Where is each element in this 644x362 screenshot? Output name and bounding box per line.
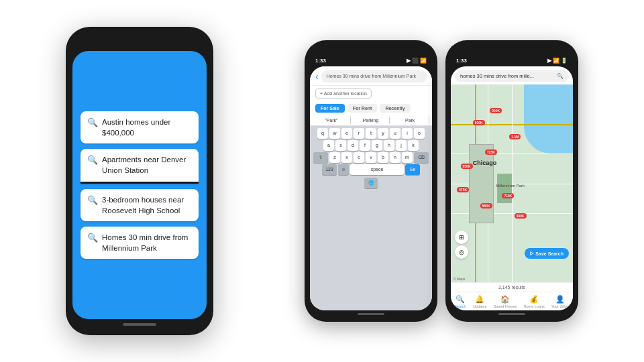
key-m[interactable]: m (402, 152, 413, 163)
key-r[interactable]: r (354, 128, 364, 139)
price-marker-0[interactable]: 900K (490, 108, 502, 113)
key-v[interactable]: v (366, 152, 376, 163)
key-d[interactable]: d (347, 140, 358, 151)
key-a[interactable]: a (323, 140, 334, 151)
search-nav-icon: 🔍 (455, 295, 465, 304)
key-shift[interactable]: ⇧ (313, 152, 328, 163)
key-t[interactable]: t (366, 128, 376, 139)
key-z[interactable]: z (329, 152, 340, 163)
key-k[interactable]: k (408, 140, 419, 151)
nav-updates[interactable]: 🔔 Updates (473, 295, 487, 308)
key-123[interactable]: 123 (322, 164, 337, 175)
nav-your-zillow[interactable]: 👤 Your Zillow (551, 295, 570, 308)
right-notch (494, 47, 531, 55)
search-text-1: Apartments near Denver Union Station (102, 154, 192, 176)
key-g[interactable]: g (372, 140, 382, 151)
map-search-bar[interactable]: homes 30 mins drive from mille... 🔍 (455, 70, 569, 82)
keyboard-suggestions: "Park" Parking Park (310, 115, 432, 126)
key-c[interactable]: c (354, 152, 364, 163)
price-marker-8[interactable]: 499K (515, 213, 527, 219)
save-search-label: Save Search (535, 251, 564, 256)
key-q[interactable]: q (317, 128, 328, 139)
add-location-button[interactable]: + Add another location (315, 88, 372, 99)
kbd-row-3: ⇧ z x c v b n m ⌫ (311, 152, 431, 163)
middle-icons: ▶ ⬛ 📶 (407, 58, 427, 64)
key-y[interactable]: y (378, 128, 388, 139)
middle-status-bar: 1:33 ▶ ⬛ 📶 (310, 56, 432, 66)
key-i[interactable]: i (402, 128, 413, 139)
kbd-language-bar: 🌐 (311, 176, 431, 188)
middle-phone: 1:33 ▶ ⬛ 📶 ‹ Homes 30 mins drive from Mi… (305, 40, 437, 322)
search-bar-1[interactable]: 🔍Apartments near Denver Union Station (80, 149, 199, 183)
key-globe[interactable]: 🌐 (364, 178, 378, 188)
search-bar-2[interactable]: 🔍3-bedroom houses near Roosevelt High Sc… (80, 189, 199, 221)
price-marker-2[interactable]: 1.1M (509, 134, 521, 139)
nav-search[interactable]: 🔍 Search (454, 295, 466, 308)
tab-for-sale[interactable]: For Sale (315, 104, 345, 113)
map-controls: ⊞ ◎ (455, 231, 468, 259)
price-marker-5[interactable]: 475K (457, 187, 469, 192)
middle-search-box[interactable]: Homes 30 mins drive from Millennium Park (321, 70, 427, 82)
key-h[interactable]: h (384, 140, 394, 151)
search-nav-label: Search (454, 304, 466, 308)
kbd-row-4: 123 ☺ space Se (311, 164, 431, 175)
key-j[interactable]: j (396, 140, 407, 151)
suggestion-park[interactable]: Park (391, 117, 429, 124)
saved-homes-nav-icon: 🏠 (500, 295, 510, 304)
middle-search-text: Homes 30 mins drive from Millennium Park (327, 73, 421, 80)
search-icon: 🔍 (87, 117, 98, 127)
chicago-label: Chicago (473, 160, 497, 166)
key-delete[interactable]: ⌫ (414, 152, 429, 163)
key-e[interactable]: e (341, 128, 352, 139)
location-button[interactable]: ◎ (455, 245, 468, 259)
price-marker-3[interactable]: 725K (485, 149, 497, 155)
nav-saved-homes[interactable]: 🏠 Saved Homes (494, 295, 517, 308)
results-bar: 2,145 results (451, 282, 573, 292)
key-go[interactable]: Se (405, 164, 420, 175)
key-b[interactable]: b (378, 152, 388, 163)
map-search-icon: 🔍 (557, 73, 564, 79)
price-marker-6[interactable]: 550K (480, 203, 492, 208)
map-container[interactable]: Chicago Millennium Park 900K 600K 1.1M 7… (451, 84, 573, 282)
key-x[interactable]: x (341, 152, 352, 163)
saved-homes-nav-label: Saved Homes (494, 304, 517, 308)
your-zillow-nav-label: Your Zillow (551, 304, 570, 308)
updates-nav-icon: 🔔 (475, 295, 484, 304)
nav-home-loans[interactable]: 💰 Home Loans (524, 295, 545, 308)
key-space[interactable]: space (350, 164, 404, 175)
map-nav-bar: 🔍 Search 🔔 Updates 🏠 Saved Homes 💰 Home … (451, 292, 573, 310)
search-icon: 🔍 (87, 195, 98, 205)
key-n[interactable]: n (390, 152, 400, 163)
key-emoji[interactable]: ☺ (338, 164, 349, 175)
key-f[interactable]: f (360, 140, 370, 151)
price-marker-4[interactable]: 850K (461, 164, 473, 169)
tab-for-rent[interactable]: For Rent (347, 104, 378, 113)
suggestion-parking[interactable]: Parking (352, 117, 390, 124)
home-loans-nav-icon: 💰 (529, 295, 539, 304)
layers-button[interactable]: ⊞ (455, 231, 468, 244)
home-loans-nav-label: Home Loans (524, 304, 545, 308)
key-w[interactable]: w (329, 128, 340, 139)
search-bar-0[interactable]: 🔍Austin homes under $400,000 (80, 111, 199, 143)
kbd-row-2: a s d f g h j k (311, 140, 431, 151)
left-phone-screen: 🔍Austin homes under $400,000🔍Apartments … (72, 51, 207, 319)
tab-recently[interactable]: Recently (380, 104, 410, 113)
middle-notch (353, 47, 390, 55)
price-marker-1[interactable]: 600K (473, 120, 485, 125)
middle-home-indicator (358, 313, 384, 315)
price-marker-7[interactable]: 719K (502, 193, 514, 198)
left-phone: 🔍Austin homes under $400,000🔍Apartments … (66, 27, 213, 335)
key-u[interactable]: u (390, 128, 400, 139)
key-o[interactable]: o (414, 128, 425, 139)
key-s[interactable]: s (335, 140, 346, 151)
right-icons: ▶ 📶 🔋 (547, 58, 568, 64)
search-text-3: Homes 30 min drive from Millennium Park (102, 232, 192, 253)
search-icon: 🔍 (87, 233, 98, 243)
left-phone-notch (116, 36, 163, 47)
back-button[interactable]: ‹ (315, 71, 319, 82)
suggestion-park-quoted[interactable]: "Park" (313, 117, 351, 124)
map-attribution: © Maps (453, 277, 465, 281)
save-search-button[interactable]: ▷ Save Search (525, 248, 569, 259)
millennium-park-label: Millennium Park (496, 184, 525, 188)
search-bar-3[interactable]: 🔍Homes 30 min drive from Millennium Park (80, 227, 199, 259)
